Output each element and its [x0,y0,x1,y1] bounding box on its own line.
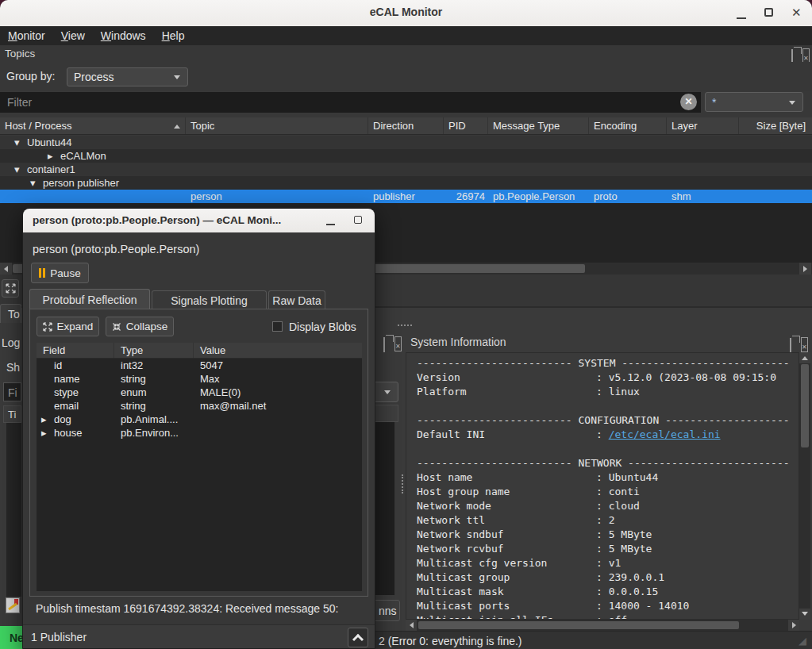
sysinfo-hscrollbar[interactable] [406,620,799,631]
column-pid[interactable]: PID [444,117,488,134]
column-topic[interactable]: Topic [186,117,368,134]
column-host-process[interactable]: Host / Process [0,117,186,134]
dialog-titlebar[interactable]: person (proto:pb.People.Person) — eCAL M… [23,209,375,232]
tree-expanded-icon[interactable]: ▾ [14,136,20,148]
menu-bar: Monitor View Windows Help [0,26,812,45]
minimize-icon[interactable] [737,17,746,19]
collapse-footer-button[interactable] [348,628,368,647]
hidden-tab-fragment[interactable]: To [0,304,21,323]
menu-view[interactable]: View [53,27,93,44]
close-icon[interactable]: ✕ [791,6,802,20]
float-dock-icon[interactable] [790,339,791,353]
tree-collapsed-icon[interactable]: ▸ [41,427,47,439]
cell-value: Max [200,373,220,385]
sysinfo-blank-line [417,400,790,414]
status-message: 2 (Error 0: everything is fine.) [379,635,522,647]
scroll-up-icon[interactable] [799,352,810,363]
tab-raw-data[interactable]: Raw Data [268,290,325,309]
hidden-header-fragment [375,405,398,422]
field-row[interactable]: ▸dogpb.Animal.... [37,413,362,426]
tab-protobuf-reflection[interactable]: Protobuf Reflection [29,289,150,309]
clear-filter-icon[interactable]: ✕ [680,94,697,110]
column-size[interactable]: Size [Byte] [739,117,812,134]
tree-expanded-icon[interactable]: ▾ [30,177,36,189]
dock-drag-handle[interactable] [398,324,412,326]
filter-preset-combobox[interactable]: * [705,92,803,112]
sysinfo-key: Default INI [417,428,596,440]
tree-collapsed-icon[interactable]: ▸ [48,150,53,162]
cell-message-type: pb.People.Person [493,190,575,202]
hidden-filter-input-fragment[interactable]: Fi [3,382,21,401]
window-titlebar[interactable]: eCAL Monitor ✕ [0,0,812,26]
hidden-combobox-fragment[interactable] [375,382,398,402]
sysinfo-value: 0.0.0.15 [609,586,659,597]
scroll-right-icon[interactable] [799,263,811,275]
column-encoding[interactable]: Encoding [589,117,667,134]
scrollbar-thumb[interactable] [801,364,809,447]
resize-grip[interactable]: ◢ [799,635,806,647]
host-group-row[interactable]: ▾Ubuntu44 [0,136,812,149]
host-group-row[interactable]: ▸eCALMon [0,149,812,163]
scroll-left-icon[interactable] [406,620,417,631]
float-dock-icon[interactable] [383,338,385,352]
topic-row[interactable]: personpublisher26974pb.People.Personprot… [0,190,812,203]
display-blobs-checkbox[interactable] [272,321,283,332]
chevron-down-icon [174,75,180,79]
scroll-right-icon[interactable] [788,620,799,631]
tab-signals-plotting[interactable]: Signals Plotting [152,290,267,309]
cell-field: email [54,400,79,412]
default-ini-link[interactable]: /etc/ecal/ecal.ini [609,428,721,440]
column-value[interactable]: Value [194,343,362,358]
groupby-combobox[interactable]: Process [67,67,188,86]
cell-pid: 26974 [444,190,485,202]
menu-help[interactable]: Help [154,27,193,44]
save-icon[interactable] [6,597,20,613]
menu-windows[interactable]: Windows [93,27,154,44]
close-dock-icon[interactable] [801,338,808,352]
filter-input[interactable]: Filter ✕ [0,92,701,113]
topic-reflection-dialog: person (proto:pb.People.Person) — eCAL M… [22,208,375,649]
splitter-handle[interactable] [402,474,403,493]
scroll-down-icon[interactable] [799,609,810,620]
column-field[interactable]: Field [37,343,114,358]
scrollbar-thumb[interactable] [418,621,739,629]
display-blobs-label: Display Blobs [289,321,356,333]
columns-button-fragment[interactable]: nns [373,600,400,621]
tree-collapsed-icon[interactable]: ▸ [41,413,47,425]
menu-monitor[interactable]: Monitor [0,27,53,44]
sort-ascending-icon [174,125,180,129]
column-direction[interactable]: Direction [368,117,444,134]
column-layer[interactable]: Layer [667,117,739,134]
field-row[interactable]: stypeenumMALE(0) [37,386,362,399]
maximize-icon[interactable] [764,8,773,17]
collapse-button[interactable]: Collapse [106,317,174,336]
column-message-type[interactable]: Message Type [488,117,589,134]
field-row[interactable]: ▸housepb.Environ... [37,426,362,440]
tree-expanded-icon[interactable]: ▾ [14,163,20,175]
minimize-icon[interactable] [326,224,335,225]
host-group-row[interactable]: ▾person publisher [0,176,812,190]
sysinfo-value: 5 MByte [609,528,652,540]
expand-button[interactable]: Expand [37,317,99,336]
sysinfo-value: conti [609,486,640,497]
pause-button[interactable]: Pause [31,263,89,283]
sysinfo-line: Multicast ports: 14000 - 14010 [417,600,790,614]
dialog-footer: 1 Publisher [23,624,375,649]
hidden-table-fragment [6,423,21,597]
column-type[interactable]: Type [114,343,194,358]
host-group-row[interactable]: ▾container1 [0,163,812,176]
maximize-icon[interactable] [354,216,362,224]
hidden-expand-button-fragment[interactable] [2,279,19,298]
cell-layer: shm [672,190,691,202]
field-row[interactable]: emailstringmax@mail.net [37,399,362,413]
scroll-left-icon[interactable] [0,263,12,275]
sysinfo-key: Network mode [417,500,596,512]
sysinfo-line: Multicast cfg version: v1 [417,557,790,571]
field-row[interactable]: namestringMax [37,372,362,386]
topics-table-header: Host / Process Topic Direction PID Messa… [0,117,812,135]
sysinfo-key: Network sndbuf [417,528,596,540]
field-row[interactable]: idint325047 [37,359,362,372]
groupby-label: Group by: [6,70,55,83]
close-dock-icon[interactable] [394,337,402,351]
sysinfo-vscrollbar[interactable] [799,352,810,620]
